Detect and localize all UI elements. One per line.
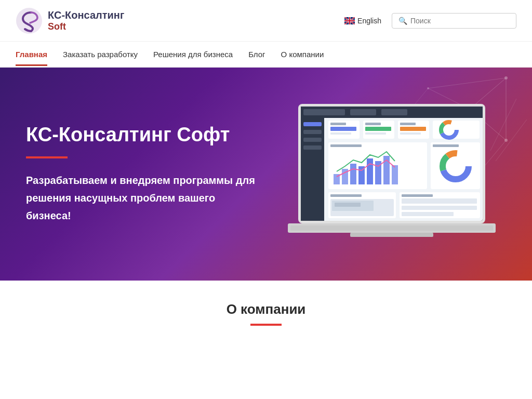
svg-rect-47 — [330, 144, 362, 147]
svg-rect-26 — [303, 122, 322, 126]
svg-rect-33 — [330, 132, 351, 135]
svg-rect-37 — [365, 132, 386, 135]
svg-rect-40 — [400, 127, 426, 131]
svg-rect-50 — [350, 164, 356, 184]
svg-rect-69 — [402, 206, 477, 210]
svg-rect-62 — [330, 194, 362, 197]
search-icon: 🔍 — [398, 17, 407, 25]
svg-rect-57 — [433, 144, 459, 147]
svg-point-13 — [427, 87, 429, 89]
svg-rect-68 — [402, 198, 477, 204]
language-selector[interactable]: English — [344, 17, 381, 25]
nav-item-about[interactable]: О компании — [281, 43, 324, 66]
logo-main-text: КС-Консалтинг — [48, 9, 124, 21]
svg-line-6 — [428, 78, 506, 88]
svg-rect-55 — [392, 165, 398, 184]
svg-rect-52 — [367, 158, 373, 184]
nav-item-home[interactable]: Главная — [16, 43, 47, 66]
hero-content: КС-Консалтинг Софт Разрабатываем и внедр… — [0, 103, 286, 245]
flag-icon — [344, 17, 355, 24]
svg-rect-36 — [365, 127, 391, 131]
svg-rect-27 — [303, 130, 322, 134]
svg-rect-72 — [350, 233, 433, 237]
header-right: English 🔍 — [344, 13, 516, 29]
logo-sub-text: Soft — [48, 21, 124, 33]
svg-point-10 — [504, 76, 508, 79]
logo-text: КС-Консалтинг Soft — [48, 9, 124, 33]
svg-rect-73 — [290, 225, 493, 231]
svg-rect-41 — [400, 132, 421, 135]
svg-rect-32 — [330, 127, 356, 131]
nav-item-blog[interactable]: Блог — [248, 43, 265, 66]
svg-rect-35 — [365, 123, 381, 125]
logo-icon — [16, 7, 43, 34]
svg-rect-22 — [303, 109, 345, 115]
logo[interactable]: КС-Консалтинг Soft — [16, 7, 124, 34]
nav-item-solutions[interactable]: Решения для бизнеса — [153, 43, 233, 66]
hero-divider — [26, 156, 68, 158]
search-input[interactable] — [410, 17, 510, 25]
about-divider — [250, 324, 282, 326]
hero-subtitle: Разрабатываем и внедряем программы для р… — [26, 171, 260, 224]
site-header: КС-Консалтинг Soft English 🔍 — [0, 0, 532, 42]
laptop-image — [257, 94, 527, 281]
svg-rect-31 — [330, 123, 346, 125]
svg-rect-39 — [400, 123, 416, 125]
svg-rect-23 — [350, 109, 376, 115]
main-nav: Главная Заказать разработку Решения для … — [0, 42, 532, 68]
search-box[interactable]: 🔍 — [392, 13, 516, 29]
about-section: О компании — [0, 281, 532, 336]
svg-rect-65 — [335, 203, 361, 207]
nav-item-order[interactable]: Заказать разработку — [63, 43, 138, 66]
svg-rect-70 — [402, 212, 454, 216]
svg-rect-29 — [303, 145, 322, 150]
svg-rect-67 — [402, 194, 433, 197]
about-title: О компании — [16, 301, 516, 317]
lang-label: English — [357, 17, 381, 25]
laptop-svg — [257, 94, 527, 281]
hero-section: КС-Консалтинг Софт Разрабатываем и внедр… — [0, 68, 532, 281]
hero-title: КС-Консалтинг Софт — [26, 124, 260, 146]
svg-rect-24 — [381, 109, 407, 115]
svg-rect-28 — [303, 138, 322, 142]
